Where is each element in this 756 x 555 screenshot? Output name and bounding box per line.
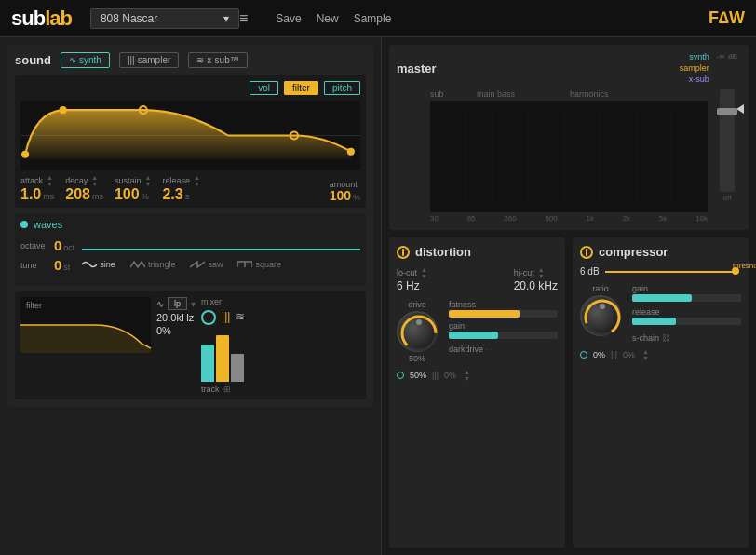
compressor-bottom: ratio gain	[580, 284, 741, 343]
svg-point-1	[21, 151, 29, 158]
preset-name: 808 Nascar	[101, 12, 157, 25]
synth-tab[interactable]: ∿ synth	[61, 52, 110, 68]
square-wave-btn[interactable]: square	[237, 260, 281, 269]
darkdrive-label[interactable]: darkdrive ·	[449, 345, 558, 354]
tune-value[interactable]: 0	[54, 257, 61, 273]
octave-unit: oct	[63, 243, 74, 252]
sustain-unit: %	[142, 192, 149, 201]
sampler-icon: |||	[128, 55, 135, 65]
bottom-panels: distortion lo-cut ▲▼ 6 Hz hi-cut ▲▼	[389, 237, 749, 548]
spectrum-section-labels	[397, 89, 425, 223]
drive-knob[interactable]	[397, 311, 438, 352]
save-button[interactable]: Save	[276, 12, 301, 25]
dist-pipe-icon: |||	[432, 371, 439, 380]
attack-param: attack ▲▼ 1.0 ms	[20, 174, 54, 202]
spectrum-freq-labels: 30 65 260 500 1k 2k 5k 10k	[430, 212, 708, 223]
adsr-pitch-tab[interactable]: pitch	[324, 81, 360, 95]
comp-release-fader[interactable]	[632, 318, 741, 325]
mixer-bar-2	[216, 335, 229, 382]
adsr-params: attack ▲▼ 1.0 ms decay ▲▼	[20, 174, 360, 202]
distortion-title: distortion	[415, 245, 471, 259]
comp-pipe-value: 0%	[623, 350, 635, 359]
faw-logo: F∆W	[709, 8, 745, 28]
triangle-wave-btn[interactable]: triangle	[130, 260, 176, 269]
logo-prefix: sub	[11, 7, 45, 30]
ratio-knob[interactable]	[580, 295, 621, 336]
sound-title: sound	[15, 53, 51, 67]
compressor-panel: compressor 6 dB threshold ratio	[573, 237, 749, 548]
filter-section: filter ∿ lp ▾ 20.0kHz	[15, 291, 366, 399]
master-title: master	[397, 61, 437, 75]
lo-cut-value[interactable]: 6 Hz	[397, 279, 427, 292]
gain-fader-row: gain	[449, 321, 558, 339]
svg-point-16	[398, 313, 439, 354]
xsub-tab[interactable]: ≋ x-sub™	[188, 52, 247, 68]
ratio-knob-indicator	[582, 297, 623, 338]
filter-freq-value[interactable]: 20.0kHz	[156, 312, 194, 323]
hamburger-menu[interactable]: ≡	[239, 10, 248, 27]
mixer-icons: ||| ≋	[201, 310, 245, 325]
comp-footer-value: 0%	[593, 350, 605, 359]
tune-row: tune 0 st	[20, 257, 74, 273]
threshold-label: threshold	[733, 262, 756, 270]
s-chain-label: s-chain	[632, 333, 659, 343]
spectrum-area: sub main bass harmonics	[397, 89, 741, 223]
fader-indicator	[736, 104, 744, 114]
tune-line	[82, 249, 360, 250]
distortion-header: distortion	[397, 245, 558, 259]
sine-wave-btn[interactable]: sine	[82, 260, 115, 269]
filter-freq-display: 20.0kHz	[156, 312, 196, 323]
sine-icon	[82, 260, 97, 269]
decay-value[interactable]: 208	[65, 187, 90, 202]
comp-release-fader-row: release	[632, 307, 741, 325]
filter-type-btn[interactable]: lp	[168, 297, 187, 310]
adsr-vol-tab[interactable]: vol	[250, 81, 278, 95]
saw-wave-btn[interactable]: saw	[190, 260, 223, 269]
mixer-eq-icon[interactable]: |||	[222, 310, 230, 325]
preset-selector[interactable]: 808 Nascar ▾	[90, 8, 239, 29]
fatness-fader-row: fatness	[449, 300, 558, 318]
fatness-fader[interactable]	[449, 310, 558, 318]
hi-cut-value[interactable]: 20.0 kHz	[514, 279, 558, 292]
fader-track[interactable]	[720, 89, 735, 192]
distortion-power-btn[interactable]	[397, 246, 410, 259]
filter-res-value[interactable]: 0%	[156, 325, 171, 336]
mixer-wave-icon[interactable]: ≋	[236, 310, 245, 325]
sampler-tab[interactable]: ||| sampler	[119, 52, 179, 68]
svg-point-2	[60, 106, 67, 114]
octave-value[interactable]: 0	[54, 237, 61, 253]
mixer-section: mixer ||| ≋ track ⊞	[201, 297, 266, 394]
wave-shapes: sine triangle saw	[82, 260, 360, 269]
decay-unit: ms	[92, 192, 103, 201]
svg-point-17	[416, 319, 422, 325]
mixer-bar-3	[231, 354, 244, 382]
mixer-label: mixer	[201, 297, 222, 306]
sustain-value[interactable]: 100	[115, 187, 140, 202]
drive-knob-indicator	[398, 313, 439, 354]
new-button[interactable]: New	[317, 12, 339, 25]
fader-thumb[interactable]	[717, 108, 737, 115]
waves-title: waves	[34, 219, 62, 230]
amount-value[interactable]: 100	[330, 189, 351, 202]
compressor-header: compressor	[580, 245, 741, 259]
comp-footer-power[interactable]	[580, 351, 587, 359]
mixer-track-row: track ⊞	[201, 385, 231, 394]
gain-fader[interactable]	[449, 332, 558, 339]
spectrum-container: sub main bass harmonics	[430, 89, 708, 223]
attack-value[interactable]: 1.0	[20, 187, 41, 202]
comp-gain-fader[interactable]	[632, 294, 741, 302]
sample-button[interactable]: Sample	[354, 12, 392, 25]
dist-footer-power[interactable]	[397, 372, 404, 379]
filter-chevron-icon: ▾	[191, 299, 196, 309]
compressor-power-btn[interactable]	[580, 246, 593, 259]
s-chain-icon[interactable]: ⛓	[662, 333, 670, 343]
distortion-panel: distortion lo-cut ▲▼ 6 Hz hi-cut ▲▼	[389, 237, 565, 548]
envelope-display	[20, 101, 360, 170]
mixer-knob-icon[interactable]	[201, 310, 216, 325]
adsr-filter-tab[interactable]: filter	[284, 81, 318, 95]
comp-pipe-icon: |||	[611, 350, 617, 359]
mixer-bar-1	[201, 345, 214, 382]
release-value[interactable]: 2.3	[162, 187, 182, 202]
filter-label: filter	[26, 301, 42, 310]
release-param: release ▲▼ 2.3 s	[162, 174, 199, 202]
